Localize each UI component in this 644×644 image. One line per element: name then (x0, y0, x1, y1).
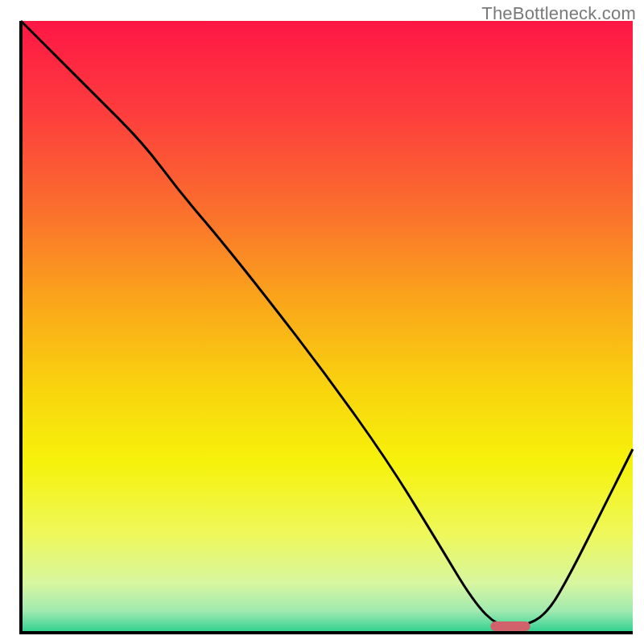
chart-container: TheBottleneck.com (0, 0, 644, 644)
optimal-marker (490, 621, 530, 631)
watermark-text: TheBottleneck.com (481, 3, 636, 24)
bottleneck-chart (0, 0, 644, 644)
